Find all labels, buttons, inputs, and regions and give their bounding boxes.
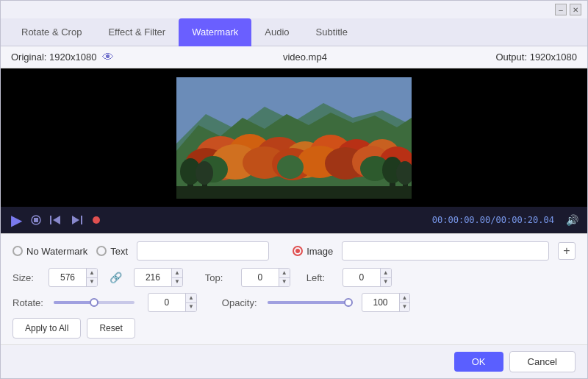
time-display: 00:00:00.00/00:00:20.04 bbox=[432, 215, 554, 225]
svg-rect-29 bbox=[176, 186, 412, 199]
watermark-selection-row: No Watermark Text Image + bbox=[12, 241, 576, 261]
left-input-group: ▲ ▼ bbox=[343, 268, 392, 287]
size-height-input[interactable] bbox=[135, 269, 171, 286]
original-info: Original: 1920x1080 👁 bbox=[11, 51, 114, 64]
record-indicator bbox=[93, 216, 100, 224]
text-input[interactable] bbox=[137, 241, 269, 261]
image-option[interactable]: Image bbox=[293, 246, 333, 257]
image-radio[interactable] bbox=[293, 246, 303, 256]
left-input[interactable] bbox=[343, 269, 380, 286]
text-label: Text bbox=[110, 246, 128, 257]
top-label: Top: bbox=[205, 272, 231, 283]
rotate-up[interactable]: ▲ bbox=[186, 294, 196, 303]
left-up[interactable]: ▲ bbox=[381, 269, 391, 278]
title-bar: – ✕ bbox=[1, 1, 587, 18]
link-icon: 🔗 bbox=[110, 272, 122, 283]
svg-marker-33 bbox=[53, 216, 60, 224]
size-width-input-group: ▲ ▼ bbox=[49, 268, 98, 287]
size-width-input[interactable] bbox=[49, 269, 86, 286]
tabs-bar: Rotate & Crop Effect & Filter Watermark … bbox=[1, 18, 587, 46]
text-radio[interactable] bbox=[96, 246, 107, 256]
svg-rect-31 bbox=[34, 218, 38, 222]
size-height-input-group: ▲ ▼ bbox=[134, 268, 183, 287]
top-spinners: ▲ ▼ bbox=[279, 269, 290, 286]
size-params-row: Size: ▲ ▼ 🔗 ▲ ▼ Top: ▲ bbox=[12, 268, 576, 287]
no-watermark-label: No Watermark bbox=[26, 246, 87, 257]
opacity-up[interactable]: ▲ bbox=[400, 294, 410, 303]
rotate-input-group: ▲ ▼ bbox=[148, 293, 197, 312]
eye-icon[interactable]: 👁 bbox=[102, 51, 114, 64]
add-image-button[interactable]: + bbox=[558, 242, 576, 260]
output-info: Output: 1920x1080 bbox=[495, 52, 577, 63]
apply-to-all-button[interactable]: Apply to All bbox=[12, 318, 81, 339]
play-button[interactable]: ▶ bbox=[10, 210, 24, 230]
left-down[interactable]: ▼ bbox=[381, 278, 391, 287]
rotate-label: Rotate: bbox=[12, 297, 43, 308]
minimize-button[interactable]: – bbox=[555, 4, 567, 15]
cancel-button[interactable]: Cancel bbox=[509, 351, 576, 372]
video-filename: video.mp4 bbox=[283, 52, 327, 63]
options-panel: No Watermark Text Image + Size: ▲ bbox=[1, 233, 587, 344]
opacity-input-group: ▲ ▼ bbox=[362, 293, 411, 312]
tab-audio[interactable]: Audio bbox=[251, 18, 302, 46]
rotate-opacity-row: Rotate: ▲ ▼ Opacity: ▲ ▼ bbox=[12, 293, 576, 312]
size-height-spinners: ▲ ▼ bbox=[171, 269, 182, 286]
svg-rect-34 bbox=[81, 216, 82, 224]
size-width-up[interactable]: ▲ bbox=[87, 269, 97, 278]
stop-button[interactable] bbox=[29, 213, 43, 227]
left-label: Left: bbox=[306, 272, 332, 283]
footer: OK Cancel bbox=[1, 344, 587, 378]
tab-effect[interactable]: Effect & Filter bbox=[95, 18, 179, 46]
top-up[interactable]: ▲ bbox=[279, 269, 290, 278]
size-height-down[interactable]: ▼ bbox=[172, 278, 182, 287]
svg-point-19 bbox=[277, 155, 304, 179]
opacity-label: Opacity: bbox=[222, 297, 257, 308]
tab-rotate[interactable]: Rotate & Crop bbox=[8, 18, 95, 46]
size-width-spinners: ▲ ▼ bbox=[86, 269, 97, 286]
video-preview bbox=[1, 68, 587, 207]
tab-watermark[interactable]: Watermark bbox=[179, 18, 251, 46]
size-width-down[interactable]: ▼ bbox=[87, 278, 97, 287]
forest-image bbox=[176, 77, 412, 199]
no-watermark-radio[interactable] bbox=[12, 246, 23, 256]
left-spinners: ▲ ▼ bbox=[380, 269, 391, 286]
next-button[interactable] bbox=[69, 213, 84, 227]
tab-subtitle[interactable]: Subtitle bbox=[303, 18, 361, 46]
text-option[interactable]: Text bbox=[96, 246, 128, 257]
top-input[interactable] bbox=[242, 269, 279, 286]
rotate-spinners: ▲ ▼ bbox=[185, 294, 196, 311]
image-label: Image bbox=[306, 246, 333, 257]
size-label: Size: bbox=[12, 272, 38, 283]
action-row: Apply to All Reset bbox=[12, 318, 576, 339]
svg-marker-35 bbox=[72, 216, 79, 224]
opacity-slider[interactable] bbox=[268, 301, 348, 304]
opacity-down[interactable]: ▼ bbox=[400, 303, 410, 312]
opacity-input[interactable] bbox=[362, 294, 399, 311]
rotate-down[interactable]: ▼ bbox=[186, 303, 196, 312]
rotate-input[interactable] bbox=[148, 294, 185, 311]
rotate-slider[interactable] bbox=[54, 301, 135, 304]
top-input-group: ▲ ▼ bbox=[241, 268, 290, 287]
image-path-input[interactable] bbox=[342, 241, 549, 261]
top-down[interactable]: ▼ bbox=[279, 278, 290, 287]
opacity-spinners: ▲ ▼ bbox=[399, 294, 410, 311]
prev-button[interactable] bbox=[49, 213, 63, 227]
main-window: – ✕ Rotate & Crop Effect & Filter Waterm… bbox=[0, 0, 588, 379]
svg-rect-32 bbox=[50, 216, 51, 224]
reset-button[interactable]: Reset bbox=[87, 318, 135, 339]
size-height-up[interactable]: ▲ bbox=[172, 269, 182, 278]
svg-point-24 bbox=[196, 161, 213, 185]
no-watermark-option[interactable]: No Watermark bbox=[12, 246, 87, 257]
close-button[interactable]: ✕ bbox=[570, 4, 581, 15]
volume-icon[interactable]: 🔊 bbox=[566, 214, 578, 226]
controls-bar: ▶ 00:00:00.00/00:00:20.04 🔊 bbox=[1, 207, 587, 233]
video-info-bar: Original: 1920x1080 👁 video.mp4 Output: … bbox=[1, 46, 587, 68]
ok-button[interactable]: OK bbox=[454, 352, 503, 372]
